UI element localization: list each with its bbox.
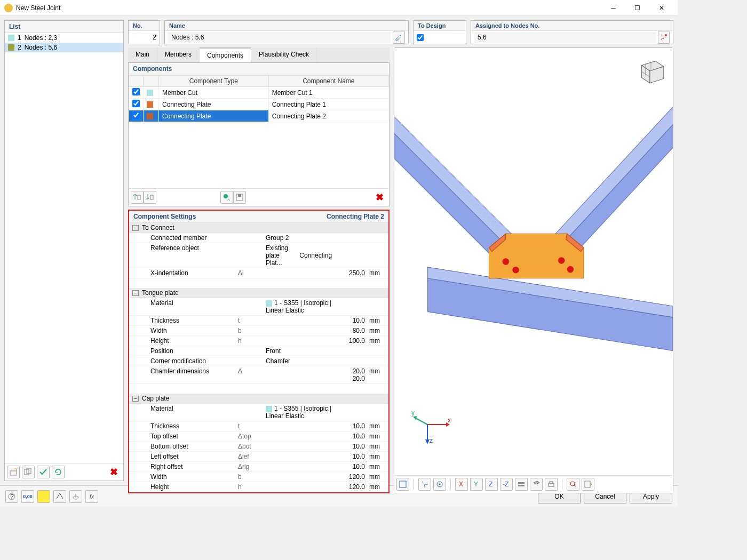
property-row[interactable]: Width b 80.0 mm: [129, 326, 388, 336]
svg-rect-37: [400, 481, 406, 487]
component-row[interactable]: Connecting Plate Connecting Plate 1: [129, 99, 389, 110]
collapse-icon[interactable]: −: [132, 290, 139, 296]
check-all-button[interactable]: [37, 466, 50, 478]
axes-button[interactable]: [418, 478, 431, 491]
component-checkbox[interactable]: [132, 88, 140, 95]
view-x-button[interactable]: X: [455, 478, 468, 491]
print-button[interactable]: [545, 478, 558, 491]
view-y-button[interactable]: Y: [470, 478, 483, 491]
minimize-button[interactable]: ─: [601, 1, 625, 15]
svg-rect-48: [550, 482, 553, 483]
component-settings-panel: Component Settings Connecting Plate 2 −T…: [128, 210, 390, 493]
collapse-icon[interactable]: −: [132, 225, 139, 231]
settings-title: Connecting Plate 2: [327, 213, 384, 220]
tab-components[interactable]: Components: [200, 47, 251, 62]
save-component-button[interactable]: [233, 191, 246, 204]
group-header[interactable]: −Tongue plate: [129, 288, 388, 298]
svg-rect-0: [10, 471, 17, 475]
list-item[interactable]: 2Nodes : 5,6: [5, 43, 123, 52]
property-row[interactable]: Position Front: [129, 346, 388, 356]
property-row[interactable]: Thickness t 10.0 mm: [129, 421, 388, 431]
component-checkbox[interactable]: [132, 100, 140, 107]
viewer-toolbar: X Y Z -Z: [394, 475, 673, 493]
components-table[interactable]: Component Type Component Name Member Cut…: [129, 75, 389, 188]
collapse-icon[interactable]: −: [132, 396, 139, 402]
component-row[interactable]: Member Cut Member Cut 1: [129, 87, 389, 99]
refresh-button[interactable]: [52, 466, 65, 478]
svg-point-18: [503, 258, 510, 265]
zoom-reset-button[interactable]: [567, 478, 579, 491]
copy-item-button[interactable]: [22, 466, 35, 478]
view-neg-z-button[interactable]: -Z: [500, 478, 513, 491]
property-row[interactable]: Material 1 - S355 | Isotropic | Linear E…: [129, 404, 388, 421]
move-down-button[interactable]: [144, 191, 156, 204]
name-input[interactable]: [168, 31, 391, 43]
move-up-button[interactable]: [131, 191, 144, 204]
component-row[interactable]: Connecting Plate Connecting Plate 2: [129, 110, 389, 122]
material-swatch: [266, 300, 272, 307]
component-checkbox[interactable]: [132, 111, 140, 119]
property-row[interactable]: Connected member Group 2: [129, 233, 388, 243]
to-design-checkbox[interactable]: [417, 34, 424, 41]
assigned-field: Assigned to Nodes No.: [471, 20, 673, 44]
property-row[interactable]: Width b 120.0 mm: [129, 472, 388, 482]
display-mode-button[interactable]: [515, 478, 528, 491]
component-color: [147, 101, 153, 108]
svg-rect-45: [518, 485, 525, 486]
new-item-button[interactable]: [7, 466, 20, 478]
delete-item-button[interactable]: ✖: [107, 466, 121, 478]
maximize-button[interactable]: ☐: [625, 1, 649, 15]
component-color: [147, 90, 153, 96]
color-button[interactable]: [37, 490, 50, 503]
property-row[interactable]: Right offset Δrig 10.0 mm: [129, 462, 388, 472]
color-swatch: [8, 44, 14, 51]
import-button[interactable]: [220, 191, 233, 204]
titlebar: New Steel Joint ─ ☐ ✕: [0, 0, 678, 16]
render-button[interactable]: [530, 478, 543, 491]
viewer-close-button[interactable]: [582, 478, 594, 491]
view-preset-button[interactable]: [433, 478, 446, 491]
assigned-input[interactable]: [474, 31, 656, 43]
svg-point-21: [567, 266, 574, 273]
property-row[interactable]: Bottom offset Δbot 10.0 mm: [129, 442, 388, 452]
pick-nodes-button[interactable]: [658, 31, 670, 44]
assigned-label: Assigned to Nodes No.: [471, 21, 673, 31]
property-row[interactable]: Thickness t 10.0 mm: [129, 316, 388, 326]
group-header[interactable]: −To Connect: [129, 223, 388, 233]
name-field: Name: [164, 20, 409, 44]
close-button[interactable]: ✕: [649, 1, 673, 15]
property-row[interactable]: Chamfer dimensions Δ 20.0 20.0 mm: [129, 366, 388, 384]
property-row[interactable]: Height h 120.0 mm: [129, 482, 388, 492]
edit-name-button[interactable]: [393, 31, 405, 44]
help-button[interactable]: ?: [5, 490, 18, 503]
delete-component-button[interactable]: ✖: [372, 191, 387, 203]
seed-button[interactable]: [69, 490, 82, 503]
property-row[interactable]: Top offset Δtop 10.0 mm: [129, 431, 388, 442]
svg-marker-46: [534, 481, 539, 484]
svg-marker-35: [425, 439, 430, 444]
svg-rect-47: [549, 483, 554, 486]
property-row[interactable]: Height h 100.0 mm: [129, 336, 388, 346]
svg-point-49: [570, 482, 575, 486]
property-row[interactable]: Reference object Existing plateConnectin…: [129, 243, 388, 268]
property-row[interactable]: Left offset Δlef 10.0 mm: [129, 452, 388, 462]
viewer-canvas[interactable]: x y z: [394, 48, 673, 475]
units-button[interactable]: 0,00: [21, 490, 34, 503]
tab-main[interactable]: Main: [128, 47, 157, 62]
property-row[interactable]: Material 1 - S355 | Isotropic | Linear E…: [129, 298, 388, 316]
property-grid[interactable]: −To ConnectConnected member Group 2 Refe…: [129, 223, 388, 492]
fx-button[interactable]: fx: [85, 490, 98, 503]
list-item[interactable]: 1Nodes : 2,3: [5, 33, 123, 43]
material-swatch: [266, 406, 272, 412]
group-header[interactable]: −Cap plate: [129, 394, 388, 404]
view-cube[interactable]: [633, 54, 666, 87]
no-label: No.: [129, 21, 160, 31]
view-z-button[interactable]: Z: [485, 478, 498, 491]
property-row[interactable]: X-indentation Δi 250.0 mm: [129, 268, 388, 278]
dimension-button[interactable]: [53, 490, 66, 503]
tab-members[interactable]: Members: [157, 47, 200, 62]
list-body[interactable]: 1Nodes : 2,32Nodes : 5,6: [5, 33, 123, 463]
view-mode-button[interactable]: [396, 478, 409, 491]
tab-plausibility-check[interactable]: Plausibility Check: [251, 47, 317, 62]
property-row[interactable]: Corner modification Chamfer: [129, 356, 388, 366]
